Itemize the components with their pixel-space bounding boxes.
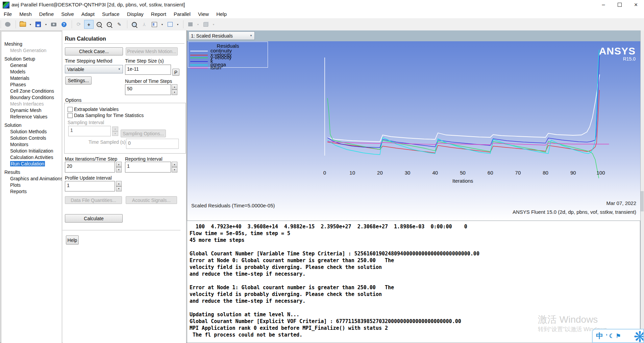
menu-parallel[interactable]: Parallel [170,11,194,17]
graphics-window-value: 1: Scaled Residuals [191,33,233,39]
ansys-logo: ANSYS R15.0 [599,46,636,62]
tree-item-plots[interactable]: Plots [1,182,62,188]
step-up-icon[interactable]: ▲ [172,84,177,90]
fit-to-window-icon[interactable] [129,20,139,29]
profile-update-interval-input[interactable]: 1 [65,181,115,191]
extrapolate-variables-checkbox[interactable] [68,107,73,112]
fit-to-window-icon-glyph [132,22,137,27]
ime-language-icon[interactable]: 中 [596,331,603,341]
rotate-view-icon-glyph: ⟳ [77,21,81,27]
time-stepping-method-select[interactable]: Variable ▼ [65,65,123,73]
restore-icon [618,3,622,7]
time-stepping-method-value: Variable [67,67,84,72]
tree-item-phases[interactable]: Phases [1,82,62,88]
tree-item-calculation-activities[interactable]: Calculation Activities [1,154,62,161]
series-y-velocity [327,98,599,178]
time-step-size-input[interactable]: 1e-11 [125,65,171,75]
tree-item-dynamic-mesh[interactable]: Dynamic Mesh [1,107,62,114]
profile-update-interval-stepper[interactable]: ▲▼ [116,181,122,191]
tree-item-solution-controls[interactable]: Solution Controls [1,135,62,141]
minimize-button[interactable]: – [595,0,612,9]
help-button[interactable]: Help [66,235,79,245]
max-iterations-input[interactable]: 20 [65,162,115,173]
step-down-icon[interactable]: ▼ [116,167,122,173]
step-up-icon[interactable]: ▲ [116,162,122,167]
x-tick-label: 40 [432,170,438,176]
menu-define[interactable]: Define [35,11,57,17]
menu-solve[interactable]: Solve [57,11,78,17]
display-3d-dropdown: ▼ [211,20,216,29]
tree-item-solution-setup[interactable]: Solution Setup [1,56,62,62]
reporting-interval-stepper[interactable]: ▲▼ [172,162,177,173]
max-iterations-stepper[interactable]: ▲▼ [116,162,122,173]
tree-item-monitors[interactable]: Monitors [1,141,62,148]
plot-legend: Residuals continuityx-velocityy-velocity… [188,42,268,68]
tree-item-materials[interactable]: Materials [1,75,62,82]
number-of-time-steps-input[interactable]: 50 [125,84,171,95]
p-button[interactable]: P [172,69,179,76]
tree-item-results[interactable]: Results [1,169,62,176]
tree-item-models[interactable]: Models [1,69,62,75]
pan-icon[interactable]: + [84,20,94,29]
open-file-icon[interactable] [18,20,27,29]
menu-mesh[interactable]: Mesh [16,11,35,17]
menu-help[interactable]: Help [213,11,230,17]
graphics-window-select[interactable]: 1: Scaled Residuals ▼ [189,31,255,40]
step-up-icon[interactable]: ▲ [172,162,177,167]
reporting-interval-input[interactable]: 1 [125,162,171,173]
tree-item-solution-methods[interactable]: Solution Methods [1,129,62,135]
save-file-icon[interactable] [33,20,43,29]
calculate-button[interactable]: Calculate [65,214,123,223]
tree-item-cell-zone-conditions[interactable]: Cell Zone Conditions [1,88,62,94]
menu-adapt[interactable]: Adapt [78,11,98,17]
menu-display[interactable]: Display [123,11,147,17]
tree-item-run-calculation[interactable]: Run Calculation [1,161,62,167]
arrange-panels-dropdown[interactable]: ▼ [160,20,165,29]
series-continuity [327,74,599,142]
max-iterations-label: Max Iterations/Time Step [65,156,117,162]
save-file-dropdown[interactable]: ▼ [44,20,48,29]
menu-report[interactable]: Report [147,11,170,17]
step-down-icon[interactable]: ▼ [172,167,177,173]
ime-tool-icons[interactable]: ʼ ☾ ⚑ [606,333,621,340]
tree-item-general[interactable]: General [1,62,62,69]
step-down-icon[interactable]: ▼ [116,186,122,192]
zoom-in-out-icon[interactable]: ± [94,20,104,29]
probe-pen-icon[interactable]: ✎ [115,20,124,29]
tree-item-meshing[interactable]: Meshing [1,41,62,47]
time-stepping-method-label: Time Stepping Method [65,58,112,64]
step-down-icon[interactable]: ▼ [172,90,177,95]
scrollbar-thumb[interactable] [641,191,644,211]
zoom-box-icon-glyph: + [107,22,112,27]
tree-item-reference-values[interactable]: Reference Values [1,114,62,120]
data-file-quantities-button: Data File Quantities... [65,196,122,204]
vertical-scrollbar[interactable] [640,30,644,343]
step-up-icon[interactable]: ▲ [116,181,122,186]
menu-view[interactable]: View [194,11,213,17]
menu-surface[interactable]: Surface [98,11,123,17]
console-line: 100 4.7923e+40 3.9608e+14 4.9882e-15 2.3… [190,223,640,230]
x-tick-label: 30 [405,170,411,176]
arrange-panels-icon[interactable] [150,20,159,29]
restore-button[interactable] [612,0,628,9]
tree-item-solution-initialization[interactable]: Solution Initialization [1,148,62,154]
number-of-time-steps-stepper[interactable]: ▲▼ [172,84,177,95]
settings-button[interactable]: Settings... [65,76,92,85]
screenshot-camera-icon[interactable] [49,20,58,29]
check-case-button[interactable]: Check Case... [65,47,123,55]
tree-item-boundary-conditions[interactable]: Boundary Conditions [1,94,62,101]
view-window-dropdown[interactable]: ▼ [175,20,180,29]
close-button[interactable]: × [628,0,644,9]
tree-item-reports[interactable]: Reports [1,188,62,195]
help-icon[interactable]: ? [59,20,69,29]
mesh-display-icon [3,20,13,29]
zoom-box-icon[interactable]: + [104,20,114,29]
open-file-dropdown[interactable]: ▼ [28,20,33,29]
open-file-icon-glyph [20,22,26,27]
view-window-icon[interactable] [165,20,175,29]
tree-item-solution[interactable]: Solution [1,122,62,129]
graphics-canvas[interactable]: 0102030405060708090100Iterations Residua… [187,41,640,221]
data-sampling-checkbox[interactable] [68,113,73,118]
menu-file[interactable]: File [0,11,16,17]
tree-item-graphics-and-animations[interactable]: Graphics and Animations [1,176,62,182]
